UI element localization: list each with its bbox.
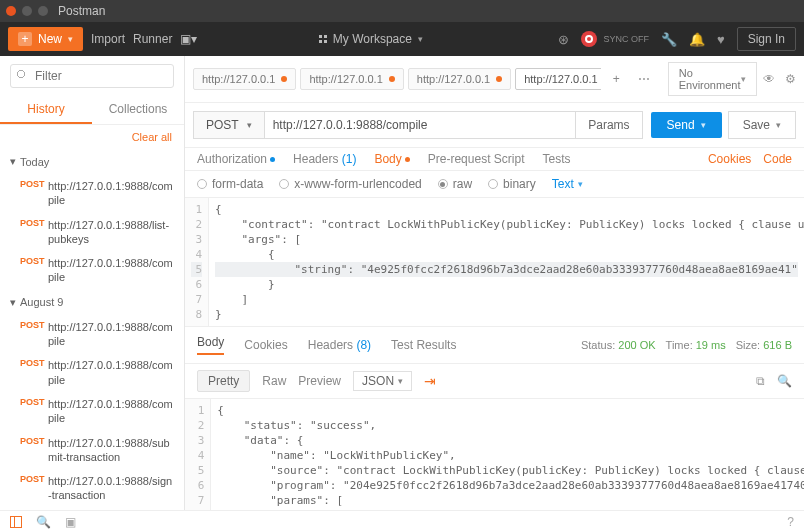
history-group[interactable]: ▾Today [0, 149, 184, 174]
history-list: ▾TodayPOSThttp://127.0.0.1:9888/compileP… [0, 149, 184, 510]
history-item[interactable]: POSThttp://127.0.0.1:9888/compile [0, 315, 184, 354]
history-url: http://127.0.0.1:9888/list-pubkeys [48, 218, 174, 247]
params-button[interactable]: Params [576, 111, 642, 139]
send-button[interactable]: Send ▾ [651, 112, 722, 138]
titlebar: Postman [0, 0, 804, 22]
resp-tab-body[interactable]: Body [197, 335, 224, 355]
request-tab[interactable]: http://127.0.0.1 [300, 68, 403, 90]
resp-tab-cookies[interactable]: Cookies [244, 338, 287, 352]
preview-button[interactable]: Preview [298, 374, 341, 388]
import-button[interactable]: Import [91, 32, 125, 46]
method-badge: POST [20, 397, 42, 407]
tab-prerequest[interactable]: Pre-request Script [428, 152, 525, 166]
new-window-icon[interactable]: ▣▾ [180, 32, 197, 46]
response-tabs: Body Cookies Headers (8) Test Results St… [185, 327, 804, 364]
search-icon[interactable]: 🔍 [777, 374, 792, 388]
new-button[interactable]: + New ▾ [8, 27, 83, 51]
eye-icon[interactable]: 👁 [763, 72, 775, 86]
response-body-viewer[interactable]: 123456789101112131415161718192021222324 … [185, 399, 804, 510]
chevron-down-icon: ▾ [10, 296, 16, 309]
save-label: Save [743, 118, 770, 132]
notifications-icon[interactable]: 🔔 [689, 32, 705, 47]
save-button[interactable]: Save ▾ [728, 111, 796, 139]
history-url: http://127.0.0.1:9888/compile [48, 358, 174, 387]
code-link[interactable]: Code [763, 152, 792, 166]
tab-headers[interactable]: Headers (1) [293, 152, 356, 166]
resp-tab-tests[interactable]: Test Results [391, 338, 456, 352]
url-input[interactable] [265, 111, 577, 139]
history-item[interactable]: POSThttp://127.0.0.1:9888/compile [0, 392, 184, 431]
wrap-lines-icon[interactable]: ⇥ [424, 373, 436, 389]
find-icon[interactable]: 🔍 [36, 515, 51, 529]
chevron-down-icon: ▾ [247, 120, 252, 130]
request-tab[interactable]: http://127.0.0.1 [515, 68, 601, 90]
tabs-menu-button[interactable]: ⋯ [632, 72, 656, 86]
topbar: + New ▾ Import Runner ▣▾ My Workspace ▾ … [0, 22, 804, 56]
request-body-editor[interactable]: 12345678 { "contract": "contract LockWit… [185, 198, 804, 327]
method-select[interactable]: POST ▾ [193, 111, 265, 139]
runner-button[interactable]: Runner [133, 32, 172, 46]
raw-type-select[interactable]: Text▾ [552, 177, 583, 191]
window-maximize-icon[interactable] [38, 6, 48, 16]
sidebar: History Collections Clear all ▾TodayPOST… [0, 56, 185, 510]
history-item[interactable]: POSThttp://127.0.0.1:9888/submit-transac… [0, 431, 184, 470]
chevron-down-icon: ▾ [68, 34, 73, 44]
panel-layout-icon[interactable] [10, 516, 22, 528]
history-item[interactable]: POSThttp://127.0.0.1:9888/compile [0, 353, 184, 392]
new-label: New [38, 32, 62, 46]
resp-tab-headers[interactable]: Headers (8) [308, 338, 371, 352]
copy-icon[interactable]: ⧉ [756, 374, 765, 388]
console-icon[interactable]: ▣ [65, 515, 76, 529]
method-badge: POST [20, 320, 42, 330]
bottombar: 🔍 ▣ ? [0, 510, 804, 532]
request-row: POST ▾ Params Send ▾ Save ▾ [185, 103, 804, 148]
sync-status-icon[interactable] [581, 31, 597, 47]
tab-collections[interactable]: Collections [92, 96, 184, 124]
environment-label: No Environment [679, 67, 741, 91]
history-item[interactable]: POSThttp://127.0.0.1:9888/build-transact… [0, 508, 184, 510]
raw-button[interactable]: Raw [262, 374, 286, 388]
tab-history[interactable]: History [0, 96, 92, 124]
signin-button[interactable]: Sign In [737, 27, 796, 51]
request-tabs-row: http://127.0.0.1http://127.0.0.1http://1… [185, 56, 804, 103]
clear-all-link[interactable]: Clear all [0, 125, 184, 149]
history-item[interactable]: POSThttp://127.0.0.1:9888/compile [0, 174, 184, 213]
window-minimize-icon[interactable] [22, 6, 32, 16]
tab-tests[interactable]: Tests [542, 152, 570, 166]
history-group[interactable]: ▾August 9 [0, 290, 184, 315]
workspace-selector[interactable]: My Workspace ▾ [319, 32, 423, 46]
wrench-icon[interactable]: 🔧 [661, 32, 677, 47]
radio-binary[interactable]: binary [488, 177, 536, 191]
satellite-icon[interactable]: ⊛ [558, 32, 569, 47]
request-tab[interactable]: http://127.0.0.1 [408, 68, 511, 90]
plus-icon: + [18, 32, 32, 46]
history-item[interactable]: POSThttp://127.0.0.1:9888/compile [0, 251, 184, 290]
radio-urlencoded[interactable]: x-www-form-urlencoded [279, 177, 421, 191]
pretty-button[interactable]: Pretty [197, 370, 250, 392]
heart-icon[interactable]: ♥ [717, 32, 725, 47]
radio-form-data[interactable]: form-data [197, 177, 263, 191]
history-item[interactable]: POSThttp://127.0.0.1:9888/sign-transacti… [0, 469, 184, 508]
history-url: http://127.0.0.1:9888/compile [48, 256, 174, 285]
add-tab-button[interactable]: + [607, 72, 626, 86]
tab-authorization[interactable]: Authorization [197, 152, 275, 166]
gear-icon[interactable]: ⚙ [785, 72, 796, 86]
method-label: POST [206, 118, 239, 132]
environment-select[interactable]: No Environment ▾ [668, 62, 757, 96]
chevron-down-icon: ▾ [701, 120, 706, 130]
format-select[interactable]: JSON▾ [353, 371, 412, 391]
cookies-link[interactable]: Cookies [708, 152, 751, 166]
tab-body[interactable]: Body [374, 152, 409, 166]
filter-input[interactable] [10, 64, 174, 88]
method-badge: POST [20, 436, 42, 446]
radio-raw[interactable]: raw [438, 177, 472, 191]
dirty-dot-icon [496, 76, 502, 82]
request-tab[interactable]: http://127.0.0.1 [193, 68, 296, 90]
method-badge: POST [20, 179, 42, 189]
history-url: http://127.0.0.1:9888/submit-transaction [48, 436, 174, 465]
help-icon[interactable]: ? [787, 515, 794, 529]
chevron-down-icon: ▾ [741, 74, 746, 84]
request-subtabs: Authorization Headers (1) Body Pre-reque… [185, 148, 804, 171]
window-close-icon[interactable] [6, 6, 16, 16]
history-item[interactable]: POSThttp://127.0.0.1:9888/list-pubkeys [0, 213, 184, 252]
